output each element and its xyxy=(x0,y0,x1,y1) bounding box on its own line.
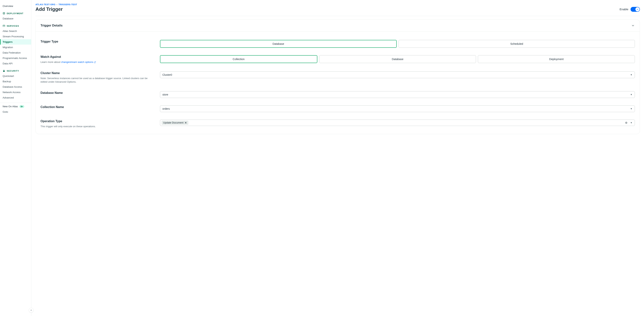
sidebar-section-services: SERVICES xyxy=(0,21,31,28)
select-cluster-name[interactable]: Cluster0 ▼ xyxy=(160,71,635,78)
enable-toggle[interactable] xyxy=(630,7,640,12)
breadcrumb-org[interactable]: ATLAS-TEST-ORG xyxy=(36,3,56,5)
trigger-type-group: Database Scheduled xyxy=(160,40,635,48)
sidebar-section-deployment: DEPLOYMENT xyxy=(0,9,31,16)
chevron-down-icon xyxy=(631,24,635,27)
label-database-name: Database Name xyxy=(40,91,152,95)
new-badge: 9+ xyxy=(20,105,24,108)
row-trigger-type: Trigger Type Database Scheduled xyxy=(40,36,635,51)
watch-against-option-deployment[interactable]: Deployment xyxy=(478,55,635,63)
sidebar-item-network-access[interactable]: Network Access xyxy=(0,89,31,95)
sidebar-section-security: SECURITY xyxy=(0,66,31,73)
svg-point-0 xyxy=(3,12,5,13)
watch-against-group: Collection Database Deployment xyxy=(160,55,635,63)
sidebar-item-data-api[interactable]: Data API xyxy=(0,61,31,66)
page-title: Add Trigger xyxy=(36,6,63,12)
row-operation-type: Operation Type This trigger will only ex… xyxy=(40,116,635,132)
sidebar-item-programmatic-access[interactable]: Programmatic Access xyxy=(0,55,31,61)
row-watch-against: Watch Against Learn more about changestr… xyxy=(40,51,635,68)
label-watch-against: Watch Against xyxy=(40,55,152,58)
row-cluster-name: Cluster Name Note: Serverless instances … xyxy=(40,68,635,87)
card-header[interactable]: Trigger Details xyxy=(36,19,640,32)
caret-down-icon[interactable]: ▼ xyxy=(630,121,633,124)
row-collection-name: Collection Name orders ▼ xyxy=(40,102,635,116)
caret-down-icon: ▼ xyxy=(630,73,632,76)
clear-all-icon[interactable] xyxy=(625,121,628,124)
label-trigger-type: Trigger Type xyxy=(40,40,152,43)
sidebar-item-overview[interactable]: Overview xyxy=(0,3,31,9)
sidebar-item-triggers[interactable]: Triggers xyxy=(0,39,31,44)
trigger-details-card: Trigger Details Trigger Type Database Sc… xyxy=(36,19,640,134)
toggle-knob xyxy=(636,7,640,11)
select-cluster-value: Cluster0 xyxy=(162,73,172,76)
card-title: Trigger Details xyxy=(40,24,62,27)
help-cluster-name: Note: Serverless instances cannot be use… xyxy=(40,77,152,84)
trigger-type-option-database[interactable]: Database xyxy=(160,40,397,48)
sidebar-item-stream-processing[interactable]: Stream Processing xyxy=(0,34,31,39)
sidebar-item-atlas-search[interactable]: Atlas Search xyxy=(0,28,31,34)
row-database-name: Database Name store ▼ xyxy=(40,87,635,102)
database-stack-icon xyxy=(2,12,5,15)
chip-remove-icon[interactable]: ✕ xyxy=(184,121,187,124)
breadcrumb-separator: › xyxy=(56,3,57,5)
enable-label: Enable xyxy=(620,8,628,11)
sidebar-item-database-access[interactable]: Database Access xyxy=(0,84,31,89)
label-collection-name: Collection Name xyxy=(40,105,152,109)
breadcrumb-project[interactable]: TRIGGERS-TEST xyxy=(58,3,77,5)
caret-down-icon: ▼ xyxy=(630,107,632,110)
external-link-icon xyxy=(94,61,96,63)
multiselect-operation-type[interactable]: Update Document ✕ ▼ xyxy=(160,120,635,126)
select-database-name[interactable]: store ▼ xyxy=(160,91,635,98)
svg-rect-1 xyxy=(3,25,5,26)
chip-update-document: Update Document ✕ xyxy=(162,121,188,125)
select-database-value: store xyxy=(162,93,168,96)
sidebar-item-data-federation[interactable]: Data Federation xyxy=(0,50,31,55)
label-operation-type: Operation Type xyxy=(40,120,152,123)
label-cluster-name: Cluster Name xyxy=(40,71,152,75)
sidebar-item-database[interactable]: Database xyxy=(0,16,31,21)
sidebar-item-quickstart[interactable]: Quickstart xyxy=(0,73,31,79)
watch-against-option-database[interactable]: Database xyxy=(319,55,476,63)
svg-rect-2 xyxy=(3,71,5,72)
sidebar-item-goto[interactable]: Goto xyxy=(0,109,31,115)
main-content: ATLAS-TEST-ORG › TRIGGERS-TEST Add Trigg… xyxy=(31,0,644,316)
select-collection-value: orders xyxy=(162,107,170,110)
sidebar-item-migration[interactable]: Migration xyxy=(0,44,31,50)
sidebar: Overview DEPLOYMENT Database SERVICES At… xyxy=(0,0,31,316)
breadcrumb: ATLAS-TEST-ORG › TRIGGERS-TEST xyxy=(36,3,640,5)
enable-control: Enable xyxy=(620,7,640,12)
sidebar-item-advanced[interactable]: Advanced xyxy=(0,95,31,100)
watch-against-option-collection[interactable]: Collection xyxy=(160,55,317,63)
services-icon xyxy=(2,25,5,27)
select-collection-name[interactable]: orders ▼ xyxy=(160,105,635,112)
help-watch-against: Learn more about changestream watch opti… xyxy=(40,60,152,64)
sidebar-item-new-on-atlas[interactable]: New On Atlas 9+ xyxy=(0,103,31,109)
link-changestream-options[interactable]: changestream watch options xyxy=(61,61,96,63)
trigger-type-option-scheduled[interactable]: Scheduled xyxy=(398,40,635,48)
lock-icon xyxy=(2,70,5,72)
sidebar-item-backup[interactable]: Backup xyxy=(0,79,31,84)
help-operation-type: This trigger will only execute on these … xyxy=(40,125,152,128)
card-body: Trigger Type Database Scheduled Watch Ag… xyxy=(36,32,640,134)
sidebar-collapse-button[interactable] xyxy=(29,308,34,313)
caret-down-icon: ▼ xyxy=(630,93,632,96)
page-header: Add Trigger Enable xyxy=(36,6,640,16)
